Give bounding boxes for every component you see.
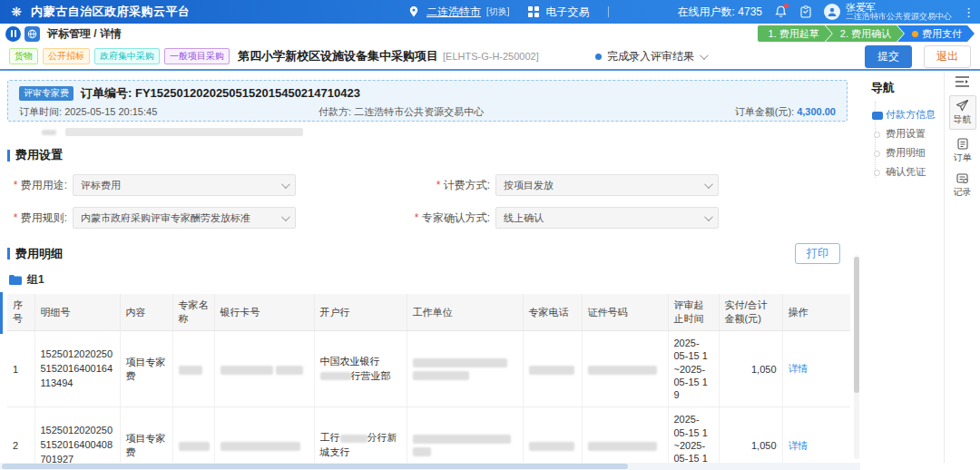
field-fee-purpose: 费用用途: 评标费用 xyxy=(7,174,296,196)
vertical-scrollbar[interactable] xyxy=(854,255,859,459)
top-bar: ❋ 内蒙古自治区政府采购云平台 二连浩特市 [切换] 电子交易 在线用户数: 4… xyxy=(0,0,980,24)
redacted-bank-branch xyxy=(320,372,351,380)
project-title: 第四小学新校区设施设备集中采购项目 xyxy=(238,48,438,64)
toolbar-nav[interactable]: 导航 xyxy=(949,95,976,130)
topbar-divider xyxy=(608,6,609,17)
table-row: 2 15250120202505152016400408701927 项目专家费… xyxy=(7,407,850,463)
status-select-value: 完成录入评审结果 xyxy=(607,49,694,64)
detail-link[interactable]: 详情 xyxy=(789,363,808,374)
anchor-nav-panel: 导航 付款方信息 费用设置 费用明细 确认凭证 xyxy=(860,73,944,463)
record-icon xyxy=(956,172,968,184)
horizontal-scrollbar-thumb[interactable] xyxy=(2,464,628,469)
billing-method-label: 计费方式: xyxy=(397,178,490,193)
redacted-bank-card xyxy=(220,366,273,375)
horizontal-scrollbar[interactable] xyxy=(0,463,860,470)
notifications-bell-icon[interactable] xyxy=(773,5,788,19)
content-area: 评审专家费 订单编号: FY15250120202505152015450214… xyxy=(0,73,980,463)
chevron-down-icon xyxy=(700,51,709,60)
anchor-fee-settings[interactable]: 费用设置 xyxy=(873,124,944,143)
detail-link[interactable]: 详情 xyxy=(789,440,808,451)
col-review-period: 评审起止时间 xyxy=(668,294,719,331)
tag-centralized: 政府集中采购 xyxy=(94,48,160,64)
module-etrade[interactable]: 电子交易 xyxy=(546,5,590,20)
step-fee-confirm: 2. 费用确认 xyxy=(826,25,904,42)
col-phone: 专家电话 xyxy=(523,294,582,331)
redacted-account-row xyxy=(42,128,860,136)
order-card: 评审专家费 订单编号: FY15250120202505152015450214… xyxy=(7,80,848,122)
right-toolbar: 导航 订单 记录 xyxy=(944,73,980,463)
notification-badge xyxy=(784,4,789,8)
tasks-clipboard-icon[interactable] xyxy=(799,5,813,19)
submit-button[interactable]: 提交 xyxy=(865,45,912,68)
more-menu-icon[interactable]: ⋮ xyxy=(963,5,975,19)
breadcrumb-bar: 评标管理 / 详情 1. 费用起草 2. 费用确认 费用支付 xyxy=(0,24,980,44)
redacted-id-number xyxy=(588,442,657,451)
print-button[interactable]: 打印 xyxy=(795,243,840,264)
redacted-expert-name xyxy=(179,442,210,451)
expert-confirm-label: 专家确认方式: xyxy=(397,211,490,226)
user-menu[interactable]: 张爱军 二连浩特市公共资源交易中心 xyxy=(824,2,952,22)
fee-purpose-select[interactable]: 评标费用 xyxy=(73,174,296,196)
anchor-payer-info[interactable]: 付款方信息 xyxy=(873,105,944,124)
toolbar-record[interactable]: 记录 xyxy=(954,172,972,199)
redacted-bank-card xyxy=(276,366,303,375)
order-type-badge: 评审专家费 xyxy=(19,86,74,101)
billing-method-select[interactable]: 按项目发放 xyxy=(495,174,719,196)
process-steps: 1. 费用起草 2. 费用确认 费用支付 xyxy=(758,25,975,42)
project-code: [ELHTS-G-H-250002] xyxy=(443,51,539,62)
col-amount: 实付/合计金额(元) xyxy=(719,294,782,331)
current-step-dot xyxy=(912,31,918,37)
fee-settings-section: 费用设置 费用用途: 评标费用 计费方式: 按项目发放 xyxy=(7,147,860,229)
col-id-number: 证件号码 xyxy=(582,294,668,331)
tag-general-project: 一般项目采购 xyxy=(164,48,230,64)
paper-plane-icon xyxy=(956,100,968,112)
chevron-down-icon xyxy=(704,180,713,189)
vertical-scrollbar-thumb[interactable] xyxy=(854,257,859,393)
collapse-panel-icon[interactable] xyxy=(956,76,969,87)
col-content: 内容 xyxy=(120,294,172,331)
online-users-count: 4735 xyxy=(738,5,762,18)
col-no: 序号 xyxy=(7,294,34,331)
fee-settings-title: 费用设置 xyxy=(7,147,860,163)
group-label: 组1 xyxy=(27,272,44,288)
field-fee-rule: 费用规则: 内蒙市政府采购评审专家酬劳发放标准 xyxy=(7,207,296,229)
col-expert-name: 专家名称 xyxy=(172,294,214,331)
region-switch-label[interactable]: [切换] xyxy=(486,5,510,18)
toolbar-order[interactable]: 订单 xyxy=(954,138,972,164)
fee-rule-label: 费用规则: xyxy=(7,211,67,226)
folder-icon xyxy=(9,275,22,285)
breadcrumb: 评标管理 / 详情 xyxy=(47,26,122,42)
active-row-indicator xyxy=(0,292,3,334)
order-time: 订单时间: 2025-05-15 20:15:45 xyxy=(19,105,318,119)
expert-confirm-select[interactable]: 线上确认 xyxy=(495,207,719,229)
redacted-phone xyxy=(529,442,574,451)
region-switcher[interactable]: 二连浩特市 xyxy=(426,5,481,20)
fee-purpose-label: 费用用途: xyxy=(7,178,67,193)
app-window: ❋ 内蒙古自治区政府采购云平台 二连浩特市 [切换] 电子交易 在线用户数: 4… xyxy=(0,0,980,470)
anchor-confirm-voucher[interactable]: 确认凭证 xyxy=(873,162,944,181)
anchor-fee-detail[interactable]: 费用明细 xyxy=(873,143,944,162)
user-avatar xyxy=(824,4,840,20)
apps-menu-icon[interactable] xyxy=(5,26,21,42)
redacted-phone xyxy=(529,366,574,375)
user-org: 二连浩特市公共资源交易中心 xyxy=(846,13,952,22)
step-fee-draft: 1. 费用起草 xyxy=(758,25,832,42)
table-header-row: 序号 明细号 内容 专家名称 银行卡号 开户行 工作单位 专家电话 证件号码 评… xyxy=(7,294,850,331)
redacted-expert-name xyxy=(179,366,202,375)
order-amount: 订单金额(元): 4,300.00 xyxy=(735,105,836,119)
step-fee-pay: 费用支付 xyxy=(897,25,975,42)
redacted-work-unit xyxy=(413,358,507,367)
col-bank-card: 银行卡号 xyxy=(214,294,314,331)
result-status-select[interactable]: 完成录入评审结果 xyxy=(595,49,706,64)
group-row[interactable]: 组1 xyxy=(9,272,860,288)
order-number: 订单编号: FY15250120202505152015450214710423 xyxy=(81,85,360,102)
project-bar: 货物 公开招标 政府集中采购 一般项目采购 第四小学新校区设施设备集中采购项目 … xyxy=(0,44,980,71)
redacted-account-value xyxy=(65,128,303,136)
fee-rule-select[interactable]: 内蒙市政府采购评审专家酬劳发放标准 xyxy=(73,207,296,229)
location-pin-icon xyxy=(407,5,421,19)
online-users-label: 在线用户数: xyxy=(678,5,735,18)
globe-module-icon[interactable] xyxy=(24,26,40,42)
redacted-work-unit xyxy=(413,371,469,380)
exit-button[interactable]: 退出 xyxy=(924,45,971,68)
col-bank: 开户行 xyxy=(314,294,407,331)
